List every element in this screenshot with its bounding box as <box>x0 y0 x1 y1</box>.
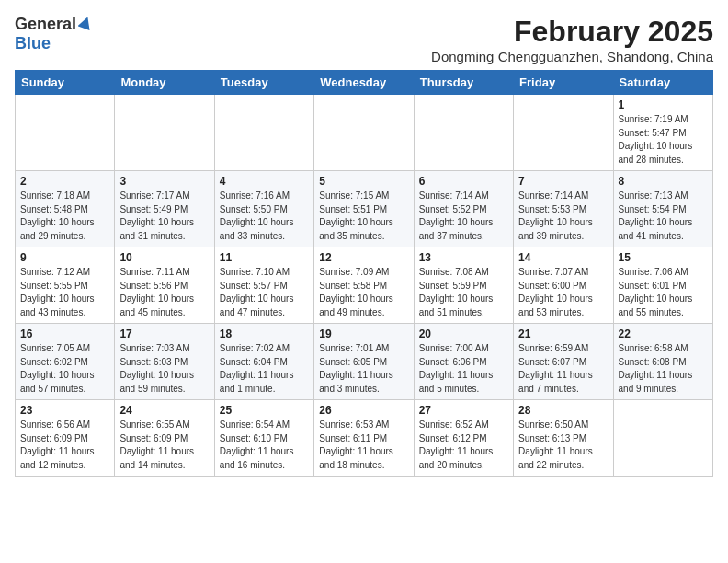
day-number: 24 <box>119 404 209 417</box>
calendar-cell: 23Sunrise: 6:56 AM Sunset: 6:09 PM Dayli… <box>16 400 115 477</box>
weekday-header-thursday: Thursday <box>414 71 513 95</box>
day-number: 20 <box>419 327 508 340</box>
location: Dongming Chengguanzhen, Shandong, China <box>431 49 713 64</box>
day-info: Sunrise: 7:13 AM Sunset: 5:54 PM Dayligh… <box>619 190 708 243</box>
day-number: 19 <box>319 327 408 340</box>
calendar-cell: 12Sunrise: 7:09 AM Sunset: 5:58 PM Dayli… <box>314 247 414 324</box>
day-info: Sunrise: 7:16 AM Sunset: 5:50 PM Dayligh… <box>220 190 309 243</box>
calendar-week-2: 2Sunrise: 7:18 AM Sunset: 5:48 PM Daylig… <box>16 171 713 247</box>
day-info: Sunrise: 6:56 AM Sunset: 6:09 PM Dayligh… <box>20 419 109 472</box>
day-number: 9 <box>20 251 109 264</box>
day-number: 10 <box>119 251 209 264</box>
day-info: Sunrise: 6:52 AM Sunset: 6:12 PM Dayligh… <box>419 419 508 472</box>
day-number: 14 <box>518 251 608 264</box>
day-number: 17 <box>119 327 209 340</box>
calendar-cell: 11Sunrise: 7:10 AM Sunset: 5:57 PM Dayli… <box>214 247 313 324</box>
page-header: General Blue February 2025 Dongming Chen… <box>15 15 713 64</box>
day-info: Sunrise: 7:19 AM Sunset: 5:47 PM Dayligh… <box>619 113 708 167</box>
calendar-cell: 3Sunrise: 7:17 AM Sunset: 5:49 PM Daylig… <box>115 171 214 247</box>
day-info: Sunrise: 7:18 AM Sunset: 5:48 PM Dayligh… <box>20 190 109 243</box>
calendar-cell: 17Sunrise: 7:03 AM Sunset: 6:03 PM Dayli… <box>115 324 214 400</box>
day-number: 2 <box>20 175 109 188</box>
day-number: 3 <box>119 175 209 188</box>
day-number: 6 <box>419 175 508 188</box>
day-info: Sunrise: 6:58 AM Sunset: 6:08 PM Dayligh… <box>619 342 708 396</box>
calendar-cell: 28Sunrise: 6:50 AM Sunset: 6:13 PM Dayli… <box>514 400 613 477</box>
calendar-week-3: 9Sunrise: 7:12 AM Sunset: 5:55 PM Daylig… <box>16 247 713 324</box>
calendar-table: SundayMondayTuesdayWednesdayThursdayFrid… <box>15 70 713 477</box>
calendar-cell: 19Sunrise: 7:01 AM Sunset: 6:05 PM Dayli… <box>314 324 414 400</box>
day-info: Sunrise: 7:14 AM Sunset: 5:53 PM Dayligh… <box>518 190 608 243</box>
calendar-cell: 4Sunrise: 7:16 AM Sunset: 5:50 PM Daylig… <box>214 171 313 247</box>
calendar-cell: 18Sunrise: 7:02 AM Sunset: 6:04 PM Dayli… <box>214 324 313 400</box>
day-number: 27 <box>419 404 508 417</box>
calendar-cell: 1Sunrise: 7:19 AM Sunset: 5:47 PM Daylig… <box>613 95 712 171</box>
day-number: 13 <box>419 251 508 264</box>
calendar-week-4: 16Sunrise: 7:05 AM Sunset: 6:02 PM Dayli… <box>16 324 713 400</box>
calendar-cell: 13Sunrise: 7:08 AM Sunset: 5:59 PM Dayli… <box>414 247 513 324</box>
logo-blue: Blue <box>15 34 51 52</box>
calendar-cell: 22Sunrise: 6:58 AM Sunset: 6:08 PM Dayli… <box>613 324 712 400</box>
day-number: 12 <box>319 251 408 264</box>
day-info: Sunrise: 7:12 AM Sunset: 5:55 PM Dayligh… <box>20 266 109 319</box>
calendar-cell: 2Sunrise: 7:18 AM Sunset: 5:48 PM Daylig… <box>16 171 115 247</box>
day-number: 8 <box>619 175 708 188</box>
day-info: Sunrise: 7:09 AM Sunset: 5:58 PM Dayligh… <box>319 266 408 319</box>
day-info: Sunrise: 7:07 AM Sunset: 6:00 PM Dayligh… <box>518 266 608 319</box>
day-number: 4 <box>220 175 309 188</box>
calendar-cell <box>214 95 313 171</box>
day-info: Sunrise: 7:08 AM Sunset: 5:59 PM Dayligh… <box>419 266 508 319</box>
day-number: 11 <box>220 251 309 264</box>
day-info: Sunrise: 7:15 AM Sunset: 5:51 PM Dayligh… <box>319 190 408 243</box>
calendar-week-1: 1Sunrise: 7:19 AM Sunset: 5:47 PM Daylig… <box>16 95 713 171</box>
weekday-header-friday: Friday <box>514 71 613 95</box>
calendar-week-5: 23Sunrise: 6:56 AM Sunset: 6:09 PM Dayli… <box>16 400 713 477</box>
calendar-cell: 26Sunrise: 6:53 AM Sunset: 6:11 PM Dayli… <box>314 400 414 477</box>
day-info: Sunrise: 7:01 AM Sunset: 6:05 PM Dayligh… <box>319 342 408 396</box>
calendar-cell: 14Sunrise: 7:07 AM Sunset: 6:00 PM Dayli… <box>514 247 613 324</box>
day-info: Sunrise: 6:50 AM Sunset: 6:13 PM Dayligh… <box>518 419 608 472</box>
day-number: 18 <box>220 327 309 340</box>
day-info: Sunrise: 6:53 AM Sunset: 6:11 PM Dayligh… <box>319 419 408 472</box>
day-number: 21 <box>518 327 608 340</box>
calendar-cell: 15Sunrise: 7:06 AM Sunset: 6:01 PM Dayli… <box>613 247 712 324</box>
calendar-cell: 27Sunrise: 6:52 AM Sunset: 6:12 PM Dayli… <box>414 400 513 477</box>
calendar-cell <box>115 95 214 171</box>
weekday-header-wednesday: Wednesday <box>314 71 414 95</box>
day-info: Sunrise: 7:10 AM Sunset: 5:57 PM Dayligh… <box>220 266 309 319</box>
svg-marker-0 <box>78 16 93 30</box>
logo-icon <box>78 16 93 34</box>
day-info: Sunrise: 7:03 AM Sunset: 6:03 PM Dayligh… <box>119 342 209 396</box>
day-number: 28 <box>518 404 608 417</box>
calendar-cell <box>16 95 115 171</box>
calendar-cell: 7Sunrise: 7:14 AM Sunset: 5:53 PM Daylig… <box>514 171 613 247</box>
day-info: Sunrise: 6:55 AM Sunset: 6:09 PM Dayligh… <box>119 419 209 472</box>
day-info: Sunrise: 6:59 AM Sunset: 6:07 PM Dayligh… <box>518 342 608 396</box>
weekday-header-saturday: Saturday <box>613 71 712 95</box>
logo: General Blue <box>15 15 93 53</box>
calendar-cell <box>414 95 513 171</box>
title-block: February 2025 Dongming Chengguanzhen, Sh… <box>431 15 713 64</box>
calendar-cell: 8Sunrise: 7:13 AM Sunset: 5:54 PM Daylig… <box>613 171 712 247</box>
calendar-cell: 24Sunrise: 6:55 AM Sunset: 6:09 PM Dayli… <box>115 400 214 477</box>
day-info: Sunrise: 7:17 AM Sunset: 5:49 PM Dayligh… <box>119 190 209 243</box>
day-number: 15 <box>619 251 708 264</box>
calendar-cell <box>613 400 712 477</box>
calendar-cell <box>314 95 414 171</box>
day-number: 26 <box>319 404 408 417</box>
day-number: 5 <box>319 175 408 188</box>
month-year: February 2025 <box>431 15 713 49</box>
calendar-cell <box>514 95 613 171</box>
day-info: Sunrise: 7:14 AM Sunset: 5:52 PM Dayligh… <box>419 190 508 243</box>
calendar-header-row: SundayMondayTuesdayWednesdayThursdayFrid… <box>16 71 713 95</box>
day-info: Sunrise: 6:54 AM Sunset: 6:10 PM Dayligh… <box>220 419 309 472</box>
day-number: 23 <box>20 404 109 417</box>
calendar-cell: 10Sunrise: 7:11 AM Sunset: 5:56 PM Dayli… <box>115 247 214 324</box>
weekday-header-monday: Monday <box>115 71 214 95</box>
logo-general: General <box>15 15 76 34</box>
day-info: Sunrise: 7:02 AM Sunset: 6:04 PM Dayligh… <box>220 342 309 396</box>
day-info: Sunrise: 7:11 AM Sunset: 5:56 PM Dayligh… <box>119 266 209 319</box>
calendar-cell: 5Sunrise: 7:15 AM Sunset: 5:51 PM Daylig… <box>314 171 414 247</box>
day-info: Sunrise: 7:00 AM Sunset: 6:06 PM Dayligh… <box>419 342 508 396</box>
day-number: 16 <box>20 327 109 340</box>
